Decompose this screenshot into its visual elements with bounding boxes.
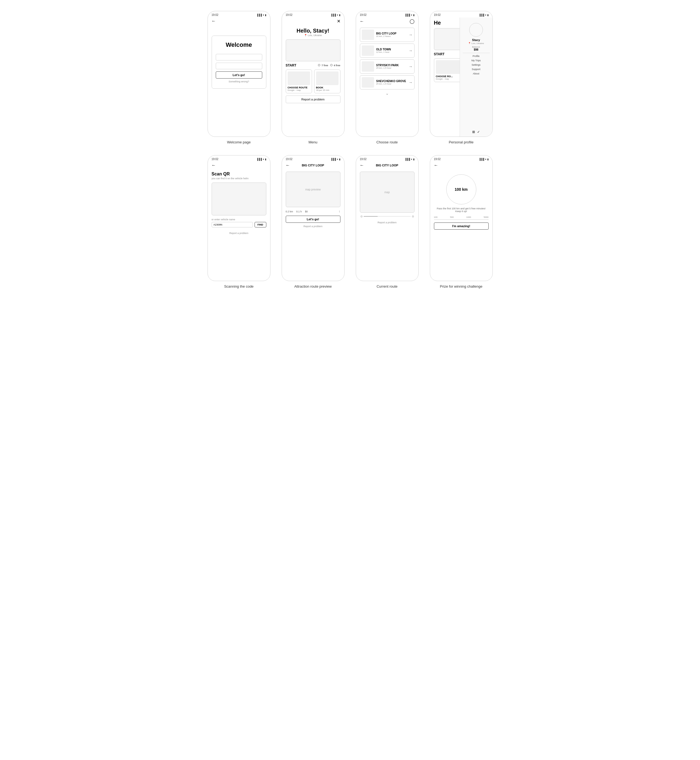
- twitter-icon[interactable]: ✓: [477, 130, 480, 134]
- current-nav-title: BIG CITY LOOP: [376, 164, 398, 167]
- route-info-2: STRYISKYI PARK 25 km, 1,5 hour: [376, 64, 406, 69]
- route-item-0[interactable]: BIG CITY LOOP 20 km, 2 hours →: [360, 28, 414, 42]
- signal-icon: ▐▐▐: [479, 158, 484, 161]
- scan-qr-area: [212, 183, 266, 215]
- signal-icon: ▐▐▐: [331, 158, 336, 161]
- profile-menu-settings[interactable]: Settings: [472, 64, 481, 66]
- prize-description: Pass the first 100 km and get 5 free min…: [434, 207, 489, 213]
- attraction-group: 19:02 ▐▐▐ ▾ ▮ ← BIG CITY LOOP map previe…: [279, 155, 347, 288]
- pin-icon: 📍: [304, 34, 307, 37]
- current-report[interactable]: Report a problem: [360, 221, 414, 224]
- profile-menu-support[interactable]: Support: [472, 68, 480, 71]
- route-meta-1: 12 km, 1 hour: [376, 51, 406, 53]
- share-icon[interactable]: ↑: [339, 209, 341, 213]
- scale-1000: 1000: [466, 216, 471, 218]
- scan-qr-group: 19:02 ▐▐▐ ▾ ▮ ← Scan QR you can find it …: [205, 155, 273, 288]
- route-item-2[interactable]: STRYISKYI PARK 25 km, 1,5 hour →: [360, 60, 414, 74]
- route-info-0: BIG CITY LOOP 20 km, 2 hours: [376, 32, 406, 38]
- chevron-down-icon[interactable]: ⌄: [360, 91, 414, 96]
- menu-map: [286, 39, 341, 61]
- route-img-2: [362, 61, 374, 72]
- attraction-lets-go-button[interactable]: Let's go!: [286, 216, 341, 223]
- route-meta-3: 25 km, 1,5 hour: [376, 83, 406, 85]
- prize-scale-line: [434, 219, 489, 220]
- current-route-phone: 19:02 ▐▐▐ ▾ ▮ ← BIG CITY LOOP map: [356, 155, 419, 281]
- profile-menu-mytrips[interactable]: My Trips: [472, 59, 481, 62]
- status-icons: ▐▐▐ ▾ ▮: [256, 14, 266, 16]
- attraction-report[interactable]: Report a problem: [286, 225, 341, 228]
- current-route-label: Current route: [377, 284, 398, 288]
- profile-location: 📍 Lviv, Ukraine: [468, 42, 484, 45]
- wifi-icon: ▾: [411, 158, 412, 161]
- profile-balance: $98: [474, 48, 478, 51]
- current-map: map: [360, 172, 414, 213]
- something-wrong-link[interactable]: Something wrong?: [228, 80, 249, 83]
- report-problem-button[interactable]: Report a problem: [286, 96, 341, 103]
- user-icon[interactable]: ◯: [409, 19, 414, 24]
- back-arrow[interactable]: ←: [360, 163, 364, 168]
- find-button[interactable]: FIND: [255, 222, 266, 227]
- dock-dot: [330, 64, 333, 66]
- profile-menu-profile[interactable]: Profile: [472, 55, 480, 58]
- profile-menu-about[interactable]: About: [473, 72, 479, 75]
- prize-label: Prize for winning challenge: [440, 284, 482, 288]
- battery-icon: ▮: [339, 14, 341, 16]
- prize-phone: 19:02 ▐▐▐ ▾ ▮ ← 100 km Pass the first 10…: [430, 155, 493, 281]
- back-arrow[interactable]: ←: [212, 163, 216, 168]
- prize-circle: 100 km: [446, 174, 477, 204]
- route-name-1: OLD TOWN: [376, 48, 406, 51]
- route-meta-0: 20 km, 2 hours: [376, 35, 406, 38]
- vehicle-name-input[interactable]: [212, 222, 253, 227]
- slots-info: 7 free 4 free: [318, 64, 340, 67]
- back-arrow[interactable]: ←: [360, 19, 364, 24]
- profile-socials: ⊞ ✓: [472, 130, 480, 134]
- scan-input-row: FIND: [212, 222, 266, 227]
- bikes-free: 7 free: [318, 64, 328, 67]
- attraction-label: Attraction route preview: [294, 284, 332, 288]
- current-nav: ← BIG CITY LOOP: [356, 162, 418, 169]
- profile-divider: [462, 53, 490, 53]
- menu-nav: ✕: [282, 17, 344, 25]
- status-bar-profile: 19:02 ▐▐▐ ▾ ▮: [430, 11, 492, 17]
- menu-start-row: START 7 free 4 free: [286, 64, 341, 67]
- scan-subtitle: you can find it on the vehicle helm: [212, 177, 266, 180]
- scale-500: 500: [450, 216, 454, 218]
- route-arrow-2: →: [409, 64, 412, 69]
- status-time: 19:02: [434, 13, 441, 16]
- status-icons: ▐▐▐ ▾ ▮: [331, 14, 340, 16]
- book-card[interactable]: BOOK 1$ per 20 min: [314, 69, 341, 93]
- route-nav: ← ◯: [356, 17, 418, 25]
- lets-go-button[interactable]: Let's go!: [216, 71, 262, 78]
- wifi-icon: ▾: [263, 158, 264, 161]
- back-arrow[interactable]: ←: [212, 19, 216, 24]
- route-item-1[interactable]: OLD TOWN 12 km, 1 hour →: [360, 44, 414, 58]
- password-field[interactable]: [216, 63, 262, 69]
- current-content: map ⊙ ⊙ Report a problem: [356, 169, 418, 281]
- signal-icon: ▐▐▐: [256, 158, 262, 161]
- stat-price: $0: [305, 210, 308, 213]
- back-arrow[interactable]: ←: [434, 163, 438, 168]
- status-bar-scan: 19:02 ▐▐▐ ▾ ▮: [208, 155, 270, 162]
- im-amazing-button[interactable]: I'm amazing!: [434, 223, 489, 230]
- scan-enter-label: or enter vehicle name: [212, 218, 266, 221]
- profile-overlay-panel: Stacy 📍 Lviv, Ukraine Balance $98 Profil…: [459, 17, 492, 136]
- route-item-3[interactable]: SHEVCHENKO GROVE 25 km, 1,5 hour →: [360, 75, 414, 89]
- scan-report[interactable]: Report a problem: [212, 232, 266, 235]
- status-icons: ▐▐▐ ▾ ▮: [479, 158, 488, 161]
- back-arrow[interactable]: ←: [286, 163, 290, 168]
- profile-name: Stacy: [472, 38, 480, 42]
- route-progress-row: ⊙ ⊙: [360, 215, 414, 218]
- profile-group: 19:02 ▐▐▐ ▾ ▮ He START: [427, 11, 495, 144]
- route-img-0: [362, 30, 374, 40]
- status-icons: ▐▐▐ ▾ ▮: [405, 14, 414, 16]
- instagram-icon[interactable]: ⊞: [472, 130, 475, 134]
- choose-route-card[interactable]: CHOOSE ROUTE Google - map: [286, 69, 312, 93]
- start-dot: ⊙: [360, 215, 362, 218]
- scale-5000: 5000: [484, 216, 489, 218]
- choose-route-group: 19:02 ▐▐▐ ▾ ▮ ← ◯ BIG CI: [353, 11, 421, 144]
- route-info-1: OLD TOWN 12 km, 1 hour: [376, 48, 406, 53]
- username-field[interactable]: [216, 54, 262, 61]
- profile-icon[interactable]: ✕: [337, 19, 341, 24]
- battery-icon: ▮: [487, 14, 489, 16]
- route-info-3: SHEVCHENKO GROVE 25 km, 1,5 hour: [376, 80, 406, 85]
